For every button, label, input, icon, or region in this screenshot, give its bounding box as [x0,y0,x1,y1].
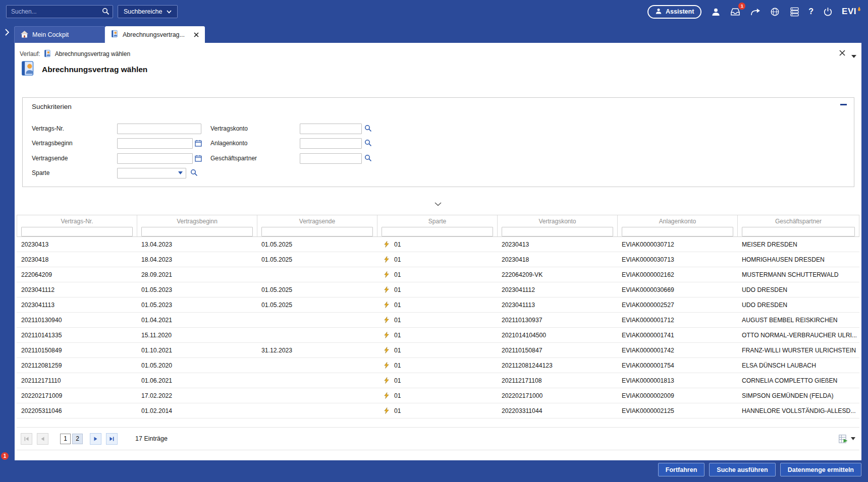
division-spark-icon [384,271,390,278]
column-filter-input[interactable] [382,227,493,236]
view-menu-caret-icon[interactable] [851,51,856,60]
calendar-icon[interactable] [195,155,202,162]
column-header[interactable]: Vertrags-Nr. [17,215,137,236]
table-cell: 2023041113 [497,302,617,309]
table-row[interactable]: 20220531104601.02.201401202203311044EVIA… [17,403,859,418]
table-cell: 202110130940 [17,317,137,324]
redo-arrow-icon[interactable] [749,6,761,17]
table-cell: 01.05.2023 [137,302,257,309]
tab-abrechnungsvertrag[interactable]: Abrechnungsvertrag... [105,26,205,43]
help-icon[interactable]: ? [808,7,813,16]
column-header[interactable]: Sparte [377,215,498,236]
logo-flame-icon [857,7,861,12]
table-cell: EVIAK0000001712 [617,317,737,324]
lookup-search-icon[interactable] [364,154,372,162]
footer-action-bar: Fortfahren Suche ausführen Datenmenge er… [0,460,868,482]
column-header-label: Sparte [377,218,497,225]
column-filter-input[interactable] [502,227,613,236]
table-cell: 01 [377,241,497,248]
assistent-button[interactable]: Assistent [647,5,701,19]
breadcrumb-link[interactable]: Abrechnungsvertrag wählen [55,50,130,57]
table-row[interactable]: 20211014133515.11.2020012021014104500EVI… [17,328,859,343]
table-cell: 01.05.2025 [257,256,377,263]
collapse-panel-icon[interactable] [840,104,847,105]
table-cell: EVIAK0000002009 [617,392,737,399]
table-cell: 01.05.2025 [257,302,377,309]
table-cell: 01.05.2020 [137,362,257,369]
table-cell: 202202171000 [497,392,617,399]
collapse-criteria-chevron-icon[interactable] [435,202,442,206]
expand-sidebar-chevron-icon[interactable] [5,29,9,38]
server-icon[interactable] [789,6,800,17]
table-cell: 01 [377,362,497,369]
first-page-button[interactable] [21,433,32,445]
column-filter-input[interactable] [742,227,855,236]
table-cell: 2021014104500 [497,332,617,339]
topbar-actions: Assistent 1 ? EVI [647,5,862,19]
datenmenge-ermitteln-button[interactable]: Datenmenge ermitteln [780,463,861,476]
table-row[interactable]: 202304111201.05.202301.05.20250120230411… [17,282,859,297]
table-cell: UDO DRESDEN [737,286,859,293]
table-cell: EVIAK0000001742 [617,347,737,354]
tab-mein-cockpit[interactable]: Mein Cockpit [14,26,105,43]
column-filter-input[interactable] [141,227,253,236]
next-page-button[interactable] [90,433,101,445]
table-row[interactable]: 2023041818.04.202301.05.20250120230418EV… [17,252,859,267]
column-filter-input[interactable] [261,227,373,236]
anlagenkonto-input[interactable] [300,138,362,149]
inbox-icon[interactable]: 1 [730,6,741,17]
vertrags-nr-input[interactable] [117,124,201,134]
table-row[interactable]: 20220217100917.02.202201202202171000EVIA… [17,388,859,403]
column-filter-input[interactable] [622,227,733,236]
suchbereiche-dropdown[interactable]: Suchbereiche [118,5,178,18]
vertragskonto-input[interactable] [300,124,362,134]
table-cell: EVIAK0000001754 [617,362,737,369]
assistent-person-icon [655,8,662,16]
search-icon[interactable] [102,8,110,17]
column-filter-input[interactable] [21,227,133,236]
column-header-label: Vertragsbeginn [137,218,257,225]
sparte-input[interactable] [117,168,186,178]
column-header[interactable]: Geschäftspartner [738,215,859,236]
dropdown-caret-icon[interactable] [178,171,183,174]
table-row[interactable]: 2023041313.04.202301.05.20250120230413EV… [17,237,859,252]
lookup-search-icon[interactable] [364,125,372,132]
table-row[interactable]: 20211015084901.10.202131.12.202301202110… [17,343,859,358]
table-cell: EVIAK0000030712 [617,241,737,248]
table-row[interactable]: 20211013094001.04.202101202110130937EVIA… [17,313,859,328]
page-number-button[interactable]: 1 [60,434,71,444]
column-header[interactable]: Anlagenkonto [618,215,738,236]
vertragsende-input[interactable] [117,153,193,164]
column-header[interactable]: Vertragsende [257,215,377,236]
search-input[interactable] [6,5,113,18]
close-view-icon[interactable] [839,49,845,58]
column-header[interactable]: Vertragsbeginn [137,215,257,236]
tab-close-icon[interactable] [194,32,199,37]
suche-ausfuehren-button[interactable]: Suche ausführen [709,463,775,476]
last-page-button[interactable] [106,433,118,445]
field-label: Vertrags-Nr. [32,125,64,132]
vertragsbeginn-input[interactable] [117,138,193,149]
table-cell: EVIAK0000030713 [617,256,737,263]
export-control[interactable] [839,435,855,443]
table-cell: 15.11.2020 [137,332,257,339]
fortfahren-button[interactable]: Fortfahren [658,463,705,476]
prev-page-button[interactable] [37,433,48,445]
table-row[interactable]: 202304111301.05.202301.05.20250120230411… [17,297,859,313]
notification-badge[interactable]: 1 [1,452,9,460]
globe-user-icon[interactable] [769,6,780,17]
table-cell: CORNELIA COMPLETTO GIEßEN [737,377,859,384]
table-row[interactable]: 20211217111001.06.202101202112171108EVIA… [17,373,859,388]
page-number-button[interactable]: 2 [72,434,83,444]
geschaeftspartner-input[interactable] [300,153,362,164]
lookup-search-icon[interactable] [364,139,372,147]
lookup-search-icon[interactable] [190,169,198,176]
calendar-icon[interactable] [195,140,202,147]
contract-book-icon-large [21,60,36,79]
table-row[interactable]: 20211208125901.05.202001202112081244123E… [17,358,859,373]
column-header[interactable]: Vertragskonto [498,215,618,236]
power-icon[interactable] [822,6,833,17]
table-cell: 202110130937 [497,317,617,324]
table-row[interactable]: 22206420928.09.202101222064209-VKEVIAK00… [17,267,859,282]
user-icon[interactable] [710,6,721,17]
